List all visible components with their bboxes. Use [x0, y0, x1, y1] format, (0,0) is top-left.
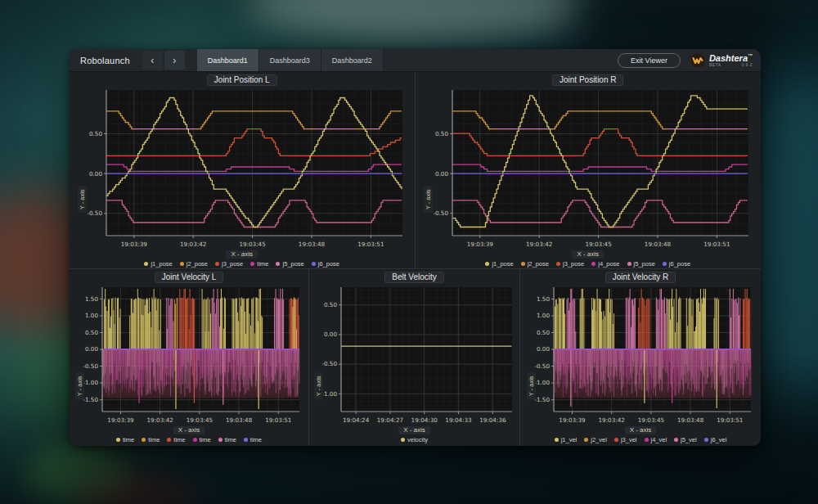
legend-dot	[674, 438, 678, 442]
legend-item-j3_vel[interactable]: j3_vel	[614, 436, 637, 443]
svg-text:19:03:39: 19:03:39	[466, 241, 493, 248]
chart-cell: Joint Position R Y - axis 0.500.00-0.501…	[416, 72, 762, 268]
logo-name: Dashtera™	[709, 53, 753, 63]
legend-item-j5_pose[interactable]: j5_pose	[627, 260, 655, 268]
svg-text:19:03:45: 19:03:45	[187, 416, 213, 424]
svg-text:0.50: 0.50	[323, 301, 336, 308]
svg-text:-0.50: -0.50	[83, 362, 98, 370]
svg-text:19:03:39: 19:03:39	[107, 416, 134, 424]
chart-legend: j1_velj2_velj3_velj4_velj5_velj6_vel	[555, 436, 727, 443]
svg-text:19:03:42: 19:03:42	[526, 241, 552, 248]
plot-area-joint-position-l[interactable]: 0.500.00-0.5019:03:3919:03:4219:03:4519:…	[77, 87, 407, 249]
legend-dot	[645, 438, 649, 442]
legend-dot	[276, 262, 280, 266]
chevron-left-icon: ‹	[151, 55, 154, 66]
chart-legend: velocity	[401, 436, 428, 443]
chart-title: Joint Position R	[552, 74, 623, 86]
dashtera-logo: Dashtera™ BETA 0.9.2	[690, 53, 753, 68]
legend-label: j3_pose	[222, 260, 243, 268]
legend-item-time[interactable]: time	[167, 436, 185, 443]
legend-item-time[interactable]: time	[250, 260, 268, 268]
trademark-symbol: ™	[748, 53, 753, 58]
charts-grid: Joint Position L Y - axis 0.500.00-0.501…	[70, 72, 761, 446]
charts-row-top: Joint Position L Y - axis 0.500.00-0.501…	[70, 72, 761, 269]
legend-item-j1_pose[interactable]: j1_pose	[144, 260, 172, 268]
plot-area-joint-velocity-r[interactable]: 1.501.000.500.00-0.50-1.00-1.5019:03:391…	[526, 284, 755, 425]
legend-item-j3_pose[interactable]: j3_pose	[556, 260, 584, 268]
plot-row: Y - axis 0.500.00-0.50-1.0019:04:2419:04…	[313, 284, 516, 428]
legend-label: j1_pose	[151, 260, 172, 268]
svg-text:19:04:27: 19:04:27	[376, 416, 402, 424]
legend-item-time[interactable]: time	[193, 436, 211, 443]
svg-text:-1.50: -1.50	[534, 396, 550, 403]
legend-item-time[interactable]: time	[244, 436, 262, 443]
svg-text:19:03:42: 19:03:42	[180, 241, 206, 248]
exit-viewer-button[interactable]: Exit Viewer	[618, 53, 681, 68]
plot-area-joint-velocity-l[interactable]: 1.501.000.500.00-0.50-1.00-1.5019:03:391…	[74, 284, 303, 425]
svg-text:19:03:45: 19:03:45	[585, 241, 611, 248]
svg-text:-1.50: -1.50	[83, 396, 98, 403]
legend-item-j2_pose[interactable]: j2_pose	[521, 260, 549, 268]
legend-item-j6_pose[interactable]: j6_pose	[312, 260, 339, 268]
legend-item-time[interactable]: time	[142, 436, 160, 443]
svg-text:19:03:45: 19:03:45	[638, 416, 664, 424]
svg-text:19:03:51: 19:03:51	[357, 241, 384, 248]
svg-text:-1.00: -1.00	[534, 379, 550, 386]
chart-title: Joint Velocity R	[605, 272, 676, 283]
legend-label: time	[123, 436, 134, 443]
nav-forward-button[interactable]: ›	[164, 51, 185, 70]
legend-item-j5_vel[interactable]: j5_vel	[674, 436, 697, 443]
chart-joint-velocity-r: Joint Velocity R Y - axis 1.501.000.500.…	[520, 269, 761, 446]
legend-item-j4_vel[interactable]: j4_vel	[645, 436, 667, 443]
legend-label: j1_pose	[492, 260, 513, 268]
plot-area-belt-velocity[interactable]: 0.500.00-0.50-1.0019:04:2419:04:2719:04:…	[313, 284, 516, 425]
legend-label: time	[257, 260, 268, 268]
svg-text:0.00: 0.00	[89, 170, 102, 178]
plot-area-joint-position-r[interactable]: 0.500.00-0.5019:03:3919:03:4219:03:4519:…	[423, 87, 753, 249]
legend-item-j4_pose[interactable]: j4_pose	[591, 260, 619, 268]
tab-dashboard1[interactable]: Dashboard1	[197, 49, 259, 71]
svg-text:19:03:39: 19:03:39	[120, 241, 147, 248]
legend-item-j3_pose[interactable]: j3_pose	[215, 260, 243, 268]
legend-item-j6_vel[interactable]: j6_vel	[704, 436, 727, 443]
dashtera-logo-icon	[690, 53, 705, 68]
tab-dashboard3[interactable]: Dashboard3	[259, 49, 321, 71]
legend-item-j1_pose[interactable]: j1_pose	[485, 260, 513, 268]
legend-label: j5_pose	[282, 260, 303, 268]
legend-item-time[interactable]: time	[218, 436, 236, 443]
legend-item-j5_pose[interactable]: j5_pose	[276, 260, 303, 268]
legend-item-time[interactable]: time	[116, 436, 134, 443]
svg-text:19:03:45: 19:03:45	[239, 241, 265, 248]
chart-title: Joint Velocity L	[155, 272, 224, 283]
legend-label: j2_vel	[591, 436, 607, 443]
chart-cell: Joint Velocity R Y - axis 1.501.000.500.…	[520, 269, 761, 446]
legend-item-j6_pose[interactable]: j6_pose	[663, 260, 690, 268]
legend-item-j2_vel[interactable]: j2_vel	[584, 436, 607, 443]
legend-label: j3_vel	[621, 436, 637, 443]
logo-subtext: BETA 0.9.2	[709, 63, 753, 67]
legend-dot	[584, 438, 588, 442]
chart-belt-velocity: Belt Velocity Y - axis 0.500.00-0.50-1.0…	[309, 269, 519, 446]
legend-item-j1_vel[interactable]: j1_vel	[555, 436, 578, 443]
tab-dashboard2[interactable]: Dashboard2	[321, 49, 384, 71]
chart-cell: Belt Velocity Y - axis 0.500.00-0.50-1.0…	[309, 269, 520, 446]
nav-back-button[interactable]: ‹	[142, 51, 163, 70]
legend-label: j2_pose	[187, 260, 208, 268]
legend-label: j5_pose	[634, 260, 655, 268]
dashboard-tabs: Dashboard1 Dashboard3 Dashboard2	[197, 49, 384, 71]
legend-item-j2_pose[interactable]: j2_pose	[180, 260, 208, 268]
svg-text:0.50: 0.50	[85, 329, 98, 336]
svg-text:-0.50: -0.50	[433, 209, 448, 217]
legend-dot	[193, 438, 197, 442]
legend-label: time	[225, 436, 236, 443]
svg-text:19:03:51: 19:03:51	[265, 416, 291, 424]
legend-dot	[401, 438, 405, 442]
svg-text:-0.50: -0.50	[321, 360, 337, 367]
svg-text:19:03:42: 19:03:42	[147, 416, 173, 424]
legend-item-velocity[interactable]: velocity	[401, 436, 428, 443]
legend-label: j2_pose	[528, 260, 549, 268]
chart-legend: j1_posej2_posej3_posej4_posej5_posej6_po…	[485, 260, 690, 268]
svg-text:0.00: 0.00	[537, 345, 550, 353]
y-axis-label: Y - axis	[424, 186, 433, 213]
logo-version: 0.9.2	[741, 63, 753, 67]
